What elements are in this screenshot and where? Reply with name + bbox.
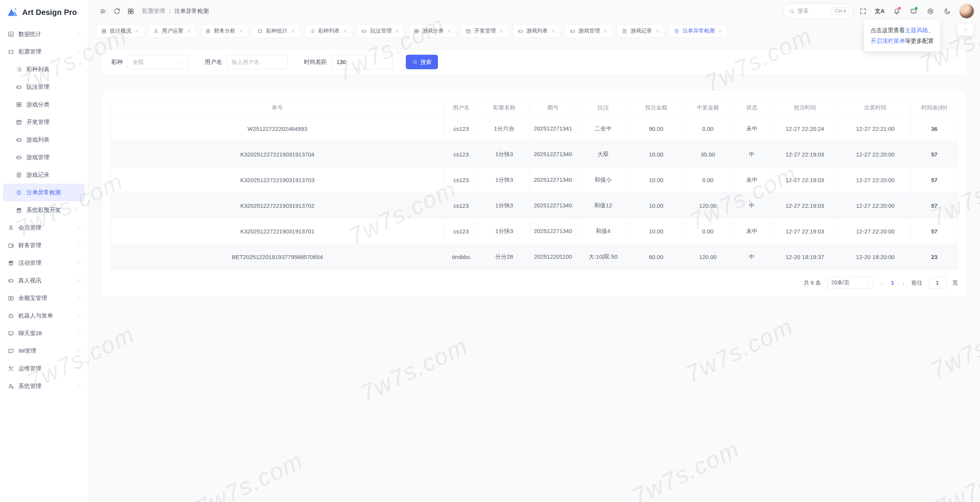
tab-close-icon[interactable]	[395, 29, 400, 34]
tab-close-icon[interactable]	[655, 29, 660, 34]
content: 彩种 全部 用户名 时间差距 搜索	[88, 39, 980, 297]
sidebar-menu-item[interactable]: 彩种列表	[3, 60, 85, 78]
cell-lottery-name: 分分28	[479, 244, 530, 270]
cell-bet-time: 12-27 22:19:03	[770, 193, 840, 218]
table-body: W25122722202464993 cs123 1分六合 2025122713…	[111, 116, 958, 270]
tab-icon	[413, 28, 419, 34]
tab-close-icon[interactable]	[291, 29, 296, 34]
theme-style-link[interactable]: 主题风格	[905, 27, 928, 33]
sidebar-menu-item[interactable]: 真人视讯	[3, 272, 85, 289]
sidebar-menu-item[interactable]: 聊天室28	[3, 324, 85, 342]
breadcrumb-parent[interactable]: 彩票管理	[142, 8, 165, 15]
chevron-down-icon	[963, 27, 968, 32]
tab[interactable]: 注单异常检测	[669, 24, 728, 38]
cell-draw-time: 12-27 22:20:00	[840, 142, 911, 167]
refresh-icon[interactable]	[110, 4, 124, 18]
apps-grid-icon[interactable]	[124, 4, 137, 18]
menu-item-icon	[16, 66, 22, 73]
sidebar-menu-item[interactable]: 注单异常检测	[3, 184, 85, 201]
sidebar-menu-item[interactable]: 玩法管理	[3, 78, 85, 96]
tab-label: 游戏记录	[630, 28, 652, 34]
menu-item-icon	[8, 313, 14, 319]
translate-icon[interactable]: 文A	[873, 4, 887, 18]
global-search-input[interactable]: 搜索 Ctrl k	[783, 3, 853, 19]
lottery-select[interactable]: 全部	[127, 55, 189, 69]
tab-label: 游戏列表	[526, 28, 548, 34]
chevron-down-icon	[77, 278, 81, 283]
next-page-arrow[interactable]: ›	[902, 280, 905, 286]
cell-time-diff: 23	[911, 244, 958, 270]
sidebar-menu-item[interactable]: 系统彩预开奖	[3, 201, 85, 219]
page-size-select[interactable]: 20条/页	[827, 277, 874, 289]
tab[interactable]: 玩法管理	[356, 24, 405, 38]
sidebar-menu-item[interactable]: 财务管理	[3, 236, 85, 254]
tab-close-icon[interactable]	[551, 29, 556, 34]
tab[interactable]: 游戏分类	[408, 24, 457, 38]
tab[interactable]: 彩种统计	[252, 24, 301, 38]
sidebar-menu-item[interactable]: 游戏列表	[3, 131, 85, 148]
sidebar-menu-item[interactable]: 游戏分类	[3, 96, 85, 113]
tab-close-icon[interactable]	[343, 29, 348, 34]
tab[interactable]: 游戏列表	[513, 24, 561, 38]
tab-close-icon[interactable]	[603, 29, 608, 34]
goto-page-input[interactable]	[929, 277, 946, 289]
prev-page-arrow[interactable]: ‹	[880, 280, 883, 286]
timediff-input[interactable]	[332, 55, 393, 69]
lottery-select-value: 全部	[132, 59, 144, 66]
sidebar-menu-item[interactable]: 机器人与发单	[3, 307, 85, 324]
notifications-bell-icon[interactable]	[890, 4, 903, 18]
tab-icon	[205, 28, 211, 34]
breadcrumb: 彩票管理 / 注单异常检测	[142, 8, 209, 15]
sidebar-menu-item[interactable]: 开奖管理	[3, 113, 85, 131]
user-avatar[interactable]	[959, 4, 974, 18]
avatar-chevron-button[interactable]	[957, 23, 973, 36]
tab-icon	[570, 28, 575, 34]
fullscreen-icon[interactable]	[856, 4, 870, 18]
settings-gear-icon[interactable]	[923, 4, 937, 18]
logo[interactable]: Art Design Pro	[0, 0, 88, 24]
tab[interactable]: 游戏管理	[565, 24, 613, 38]
cell-bet-time: 12-27 22:19:03	[770, 142, 840, 167]
collapse-sidebar-icon[interactable]	[96, 4, 110, 18]
tab-close-icon[interactable]	[134, 29, 139, 34]
sidebar-menu-item[interactable]: 数据统计	[3, 25, 85, 43]
sidebar: Art Design Pro 数据统计 彩票管理 彩种列表 玩法管理 游戏分类 …	[0, 0, 88, 502]
sidebar-menu-item[interactable]: IM管理	[3, 342, 85, 360]
app-root: Art Design Pro 数据统计 彩票管理 彩种列表 玩法管理 游戏分类 …	[0, 0, 980, 502]
open-tabs: 统计概况 用户运营 财务分析 彩种统计 彩种列表 玩法管理 游戏分类 开奖管理 …	[96, 24, 728, 38]
tab-close-icon[interactable]	[238, 29, 243, 34]
tab[interactable]: 财务分析	[200, 24, 248, 38]
tab-close-icon[interactable]	[718, 29, 723, 34]
tab-close-icon[interactable]	[447, 29, 452, 34]
current-page-number[interactable]: 1	[889, 280, 895, 286]
tab[interactable]: 用户运营	[148, 24, 196, 38]
cell-issue-no: 202512271340	[530, 218, 576, 244]
tab-close-icon[interactable]	[186, 29, 191, 34]
main-area: 彩票管理 / 注单异常检测 搜索 Ctrl k 文A	[88, 0, 980, 502]
cell-order-no: K3202512272219031913704	[111, 142, 444, 167]
cell-status: 未中	[734, 116, 770, 142]
top-menu-link[interactable]: 开启顶栏菜单	[871, 37, 905, 44]
tab[interactable]: 游戏记录	[617, 24, 665, 38]
sidebar-menu-item[interactable]: 活动管理	[3, 254, 85, 272]
tab-close-icon[interactable]	[499, 29, 504, 34]
tab[interactable]: 统计概况	[96, 24, 144, 38]
sidebar-menu-item[interactable]: 游戏管理	[3, 148, 85, 166]
column-header: 中奖金额	[682, 99, 734, 116]
chat-icon[interactable]	[906, 4, 920, 18]
tab[interactable]: 开奖管理	[461, 24, 509, 38]
menu-item-label: 彩票管理	[18, 48, 41, 55]
tab[interactable]: 彩种列表	[304, 24, 353, 38]
sidebar-menu-item[interactable]: 系统管理	[3, 377, 85, 395]
sidebar-menu-item[interactable]: 彩票管理	[3, 43, 85, 60]
dark-mode-moon-icon[interactable]	[940, 4, 954, 18]
tab-icon	[674, 28, 679, 34]
sidebar-menu-item[interactable]: 会员管理	[3, 219, 85, 236]
sidebar-menu-item[interactable]: 运维管理	[3, 360, 85, 377]
username-input[interactable]	[227, 55, 288, 69]
cell-status: 中	[734, 244, 770, 270]
sidebar-menu-item[interactable]: 余额宝管理	[3, 289, 85, 307]
search-button[interactable]: 搜索	[406, 55, 438, 69]
menu-item-icon	[16, 207, 22, 214]
sidebar-menu-item[interactable]: 游戏记录	[3, 166, 85, 184]
